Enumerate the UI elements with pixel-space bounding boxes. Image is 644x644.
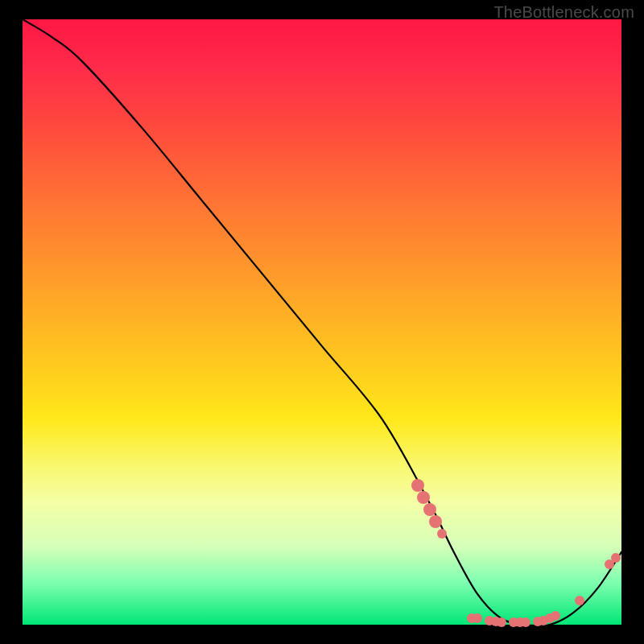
- data-marker: [611, 553, 621, 563]
- data-curve: [23, 19, 621, 625]
- data-marker: [417, 491, 430, 504]
- data-marker: [575, 596, 584, 605]
- data-marker: [429, 515, 442, 528]
- plot-area: [23, 19, 621, 625]
- data-marker: [411, 479, 424, 492]
- data-marker: [437, 529, 447, 539]
- data-marker: [497, 617, 506, 627]
- data-marker: [551, 611, 560, 621]
- data-marker: [423, 503, 436, 516]
- data-marker: [521, 617, 530, 627]
- curve-layer: [23, 19, 621, 625]
- data-marker: [473, 613, 482, 623]
- watermark-text: TheBottleneck.com: [493, 3, 634, 22]
